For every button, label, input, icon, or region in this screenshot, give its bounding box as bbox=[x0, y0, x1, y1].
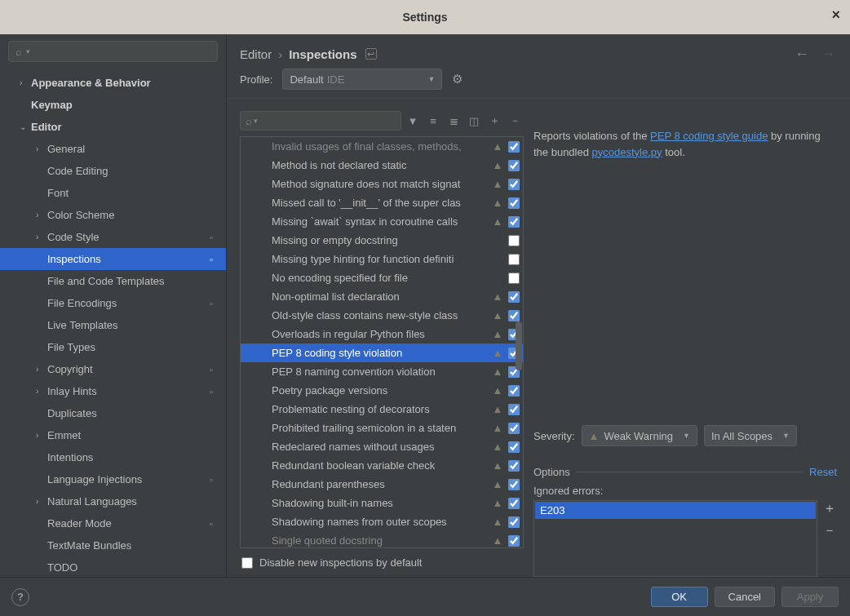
inspection-row[interactable]: Missing or empty docstring bbox=[241, 231, 523, 250]
sidebar-item[interactable]: Code Editing bbox=[0, 160, 226, 182]
inspection-label: Redeclared names without usages bbox=[272, 441, 490, 453]
inspection-row[interactable]: Shadowing names from outer scopes▲ bbox=[241, 512, 523, 531]
sidebar-item-label: Copyright bbox=[47, 363, 226, 375]
sidebar-item[interactable]: File Types bbox=[0, 336, 226, 358]
breadcrumb-parent[interactable]: Editor bbox=[240, 47, 272, 61]
inspection-row[interactable]: Missing type hinting for function defini… bbox=[241, 250, 523, 268]
sidebar-item[interactable]: ›Color Scheme bbox=[0, 204, 226, 226]
inspection-label: Redundant boolean variable check bbox=[272, 459, 490, 472]
inspection-row[interactable]: PEP 8 naming convention violation▲ bbox=[241, 362, 523, 381]
nav-back-icon[interactable]: ← bbox=[795, 46, 809, 63]
sidebar-item[interactable]: ›Copyright▫ bbox=[0, 358, 226, 380]
content: ⌕▾ ›Appearance & BehaviorKeymap⌄Editor›G… bbox=[0, 34, 850, 577]
collapse-all-icon[interactable]: ≣ bbox=[445, 112, 463, 130]
project-badge-icon: ▫ bbox=[210, 365, 213, 374]
ignored-error-item[interactable]: E203 bbox=[535, 502, 816, 519]
inspection-row[interactable]: Method is not declared static▲ bbox=[241, 156, 523, 175]
sidebar-item-label: Inspections bbox=[47, 253, 226, 265]
inspection-row[interactable]: Shadowing built-in names▲ bbox=[241, 494, 523, 512]
pep8-link[interactable]: PEP 8 coding style guide bbox=[650, 130, 768, 142]
reset-icon[interactable]: ↩ bbox=[365, 48, 377, 60]
warning-icon: ▲ bbox=[490, 159, 505, 171]
sidebar-item[interactable]: ›Emmet bbox=[0, 424, 226, 446]
sidebar-item[interactable]: Duplicates bbox=[0, 402, 226, 424]
help-icon[interactable]: ? bbox=[11, 588, 29, 606]
sidebar-item[interactable]: Intentions bbox=[0, 446, 226, 468]
close-icon[interactable]: × bbox=[831, 7, 840, 24]
filter-icon[interactable]: ▼ bbox=[404, 112, 422, 130]
inspection-row[interactable]: Redeclared names without usages▲ bbox=[241, 437, 523, 456]
project-badge-icon: ▫ bbox=[210, 387, 213, 397]
inspection-row[interactable]: Missing `await` syntax in coroutine call… bbox=[241, 212, 523, 231]
inspection-row[interactable]: Problematic nesting of decorators▲ bbox=[241, 400, 523, 419]
sidebar-item[interactable]: File Encodings▫ bbox=[0, 292, 226, 314]
scrollbar[interactable] bbox=[515, 137, 523, 547]
inspection-row[interactable]: PEP 8 coding style violation▲ bbox=[241, 343, 523, 362]
inspection-label: Old-style class contains new-style class bbox=[272, 309, 490, 321]
sidebar-item-label: File Types bbox=[47, 341, 226, 353]
inspection-row[interactable]: Invalid usages of final classes, methods… bbox=[241, 137, 523, 156]
sidebar-item[interactable]: Live Templates bbox=[0, 314, 226, 336]
sidebar-item-label: File Encodings bbox=[47, 297, 226, 309]
remove-icon[interactable]: － bbox=[506, 112, 524, 130]
inspection-row[interactable]: Non-optimal list declaration▲ bbox=[241, 287, 523, 306]
chevron-down-icon: ▼ bbox=[428, 75, 436, 83]
inspection-label: Poetry package versions bbox=[272, 384, 490, 397]
chevron-icon: ⌄ bbox=[20, 122, 31, 131]
sidebar-item[interactable]: TODO bbox=[0, 556, 226, 577]
sidebar-item-label: Reader Mode bbox=[47, 517, 226, 530]
scope-select[interactable]: In All Scopes ▼ bbox=[704, 425, 797, 446]
sidebar-item[interactable]: Inspections▫ bbox=[0, 248, 226, 270]
inspection-row[interactable]: Overloads in regular Python files▲ bbox=[241, 325, 523, 343]
profile-select[interactable]: Default IDE ▼ bbox=[282, 69, 442, 90]
sidebar-item[interactable]: ›General bbox=[0, 138, 226, 160]
warning-icon: ▲ bbox=[490, 534, 505, 547]
sidebar-item[interactable]: Font bbox=[0, 182, 226, 204]
inspection-row[interactable]: Missed call to '__init__' of the super c… bbox=[241, 193, 523, 212]
inspection-details: Reports violations of the PEP 8 coding s… bbox=[533, 109, 837, 577]
pycodestyle-link[interactable]: pycodestyle.py bbox=[592, 146, 662, 158]
inspection-label: Overloads in regular Python files bbox=[272, 328, 490, 340]
sidebar-item[interactable]: ⌄Editor bbox=[0, 116, 226, 138]
sidebar-item-label: General bbox=[47, 143, 226, 155]
inspection-row[interactable]: Method signature does not match signat▲ bbox=[241, 175, 523, 193]
toggle-icon[interactable]: ◫ bbox=[465, 112, 483, 130]
warning-icon: ▲ bbox=[490, 478, 505, 490]
sidebar-item[interactable]: Reader Mode▫ bbox=[0, 512, 226, 534]
inspection-row[interactable]: No encoding specified for file bbox=[241, 268, 523, 287]
add-icon[interactable]: ＋ bbox=[485, 112, 503, 130]
remove-ignored-button[interactable]: － bbox=[822, 522, 837, 539]
sidebar-item[interactable]: ›Natural Languages bbox=[0, 490, 226, 512]
disable-new-checkbox[interactable] bbox=[241, 557, 253, 569]
inspection-row[interactable]: Poetry package versions▲ bbox=[241, 381, 523, 400]
sidebar-item[interactable]: Keymap bbox=[0, 94, 226, 116]
sidebar-item[interactable]: Language Injections▫ bbox=[0, 468, 226, 490]
severity-select[interactable]: ▲ Weak Warning ▼ bbox=[582, 425, 697, 446]
ok-button[interactable]: OK bbox=[651, 587, 708, 607]
sidebar-item-label: TextMate Bundles bbox=[47, 539, 226, 552]
inspection-row[interactable]: Prohibited trailing semicolon in a state… bbox=[241, 419, 523, 437]
inspection-row[interactable]: Single quoted docstring▲ bbox=[241, 531, 523, 547]
cancel-button[interactable]: Cancel bbox=[715, 587, 775, 607]
expand-all-icon[interactable]: ≡ bbox=[424, 112, 442, 130]
breadcrumb-current: Inspections bbox=[289, 47, 356, 61]
gear-icon[interactable]: ⚙ bbox=[452, 72, 463, 86]
ignored-errors-list[interactable]: E203 bbox=[533, 500, 817, 577]
inspection-row[interactable]: Redundant parentheses▲ bbox=[241, 475, 523, 494]
apply-button[interactable]: Apply bbox=[781, 587, 839, 607]
sidebar-item[interactable]: ›Appearance & Behavior bbox=[0, 72, 226, 94]
sidebar-item-label: Duplicates bbox=[47, 407, 226, 419]
sidebar-item[interactable]: TextMate Bundles bbox=[0, 534, 226, 556]
sidebar-item-label: Appearance & Behavior bbox=[31, 77, 226, 89]
reset-link[interactable]: Reset bbox=[809, 466, 837, 478]
sidebar-item[interactable]: ›Code Style▫ bbox=[0, 226, 226, 248]
inspection-row[interactable]: Redundant boolean variable check▲ bbox=[241, 456, 523, 475]
inspection-row[interactable]: Old-style class contains new-style class… bbox=[241, 306, 523, 325]
sidebar-item-label: Natural Languages bbox=[47, 495, 226, 507]
inspection-search-input[interactable]: ⌕▾ bbox=[240, 111, 401, 131]
add-ignored-button[interactable]: ＋ bbox=[822, 500, 837, 517]
sidebar-item[interactable]: ›Inlay Hints▫ bbox=[0, 380, 226, 402]
sidebar-item[interactable]: File and Code Templates bbox=[0, 270, 226, 292]
settings-search-input[interactable]: ⌕▾ bbox=[8, 41, 218, 62]
inspection-label: Redundant parentheses bbox=[272, 478, 490, 490]
